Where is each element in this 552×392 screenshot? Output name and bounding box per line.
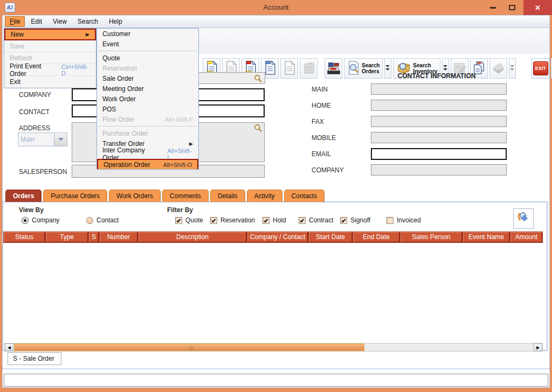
address-search-icon[interactable] xyxy=(254,124,263,134)
search-icon[interactable] xyxy=(254,74,263,85)
tab-purchase-orders[interactable]: Purchase Orders xyxy=(43,190,107,202)
checkbox-label: Reservation xyxy=(220,216,255,224)
menu-item-new[interactable]: New▶ xyxy=(4,29,96,40)
address-label: ADDRESS xyxy=(19,124,50,132)
radio-company[interactable]: Company xyxy=(22,216,59,224)
orders-table-body xyxy=(3,243,543,342)
pos-register-button[interactable] xyxy=(325,58,342,79)
checkbox-quote[interactable]: Quote xyxy=(175,216,203,224)
scroll-right-button[interactable]: ▶ xyxy=(534,344,542,351)
checkbox-icon xyxy=(299,217,306,224)
address-type-combo[interactable]: Main xyxy=(18,132,67,146)
column-header-s[interactable]: S xyxy=(89,232,99,242)
status-bar xyxy=(4,374,548,387)
menu-item-event[interactable]: Event xyxy=(97,39,198,49)
column-header-amount[interactable]: Amount xyxy=(510,232,542,242)
menu-item-purchase-order[interactable]: Purchase Order xyxy=(97,128,198,138)
file-menu-popup: New▶SaveRefreshPrint Event OrderCtrl+Shi… xyxy=(4,28,96,88)
menu-search[interactable]: Search xyxy=(73,16,103,27)
document-disabled-2-button[interactable] xyxy=(280,58,298,79)
menu-item-print-event-order[interactable]: Print Event OrderCtrl+Shift-D xyxy=(4,64,96,76)
title-bar: R2 Account ✕ xyxy=(0,0,552,15)
address-type-dropdown-button[interactable] xyxy=(54,132,67,146)
chevron-down-icon xyxy=(58,138,64,141)
menu-item-work-order[interactable]: Work Order xyxy=(97,94,198,104)
menu-item-reservation[interactable]: Reservation xyxy=(97,63,198,73)
fax-label: FAX xyxy=(312,118,324,125)
menu-item-sale-order[interactable]: Sale Order xyxy=(97,73,198,83)
run-search-button[interactable] xyxy=(513,208,534,229)
close-button[interactable]: ✕ xyxy=(523,0,552,15)
column-header-company-contact[interactable]: Company / Contact xyxy=(247,232,308,242)
home-label: HOME xyxy=(312,102,331,109)
column-header-event-name[interactable]: Event Name xyxy=(463,232,509,242)
menu-item-label: Inter Company Order xyxy=(102,146,163,162)
checkbox-contract[interactable]: Contract xyxy=(299,216,333,224)
main-label: MAIN xyxy=(312,86,328,93)
exit-icon: EXIT xyxy=(533,61,548,75)
menu-file[interactable]: File xyxy=(5,16,25,27)
dbl-arrow-icon xyxy=(510,64,515,73)
column-header-type[interactable]: Type xyxy=(46,232,88,242)
doc-blue-icon xyxy=(264,61,275,76)
scroll-left-button[interactable]: ◀ xyxy=(5,344,13,351)
checkbox-reservation[interactable]: Reservation xyxy=(210,216,255,224)
column-header-start-date[interactable]: Start Date xyxy=(309,232,352,242)
exit-button[interactable]: EXIT xyxy=(532,58,549,79)
filter-by-label: Filter By xyxy=(167,206,193,214)
checkbox-signoff[interactable]: Signoff xyxy=(340,216,370,224)
menu-item-save[interactable]: Save xyxy=(4,40,96,52)
tab-activity[interactable]: Activity xyxy=(247,190,282,202)
menu-item-exit[interactable]: Exit xyxy=(4,76,96,88)
menu-item-label: Sale Order xyxy=(102,75,134,82)
menu-item-label: Purchase Order xyxy=(102,130,148,137)
checkbox-icon xyxy=(175,217,182,224)
menu-help[interactable]: Help xyxy=(104,16,127,27)
radio-contact[interactable]: Contact xyxy=(86,216,119,224)
tab-orders[interactable]: Orders xyxy=(5,190,42,202)
clapper-icon xyxy=(302,61,315,76)
view-by-label: View By xyxy=(19,206,44,214)
email-label: EMAIL xyxy=(312,150,331,158)
menu-separator xyxy=(98,126,197,127)
checkbox-label: Invoiced xyxy=(397,216,421,224)
checkbox-invoiced[interactable]: Invoiced xyxy=(387,216,421,224)
horizontal-scrollbar[interactable]: ◀ ▶ xyxy=(4,343,543,352)
scrollbar-thumb[interactable] xyxy=(14,344,364,351)
column-header-sales-person[interactable]: Sales Person xyxy=(401,232,462,242)
toolbar-button-label: Search xyxy=(362,62,380,68)
event-clapper-button[interactable] xyxy=(300,58,318,79)
radio-icon xyxy=(22,217,29,224)
address-type-value: Main xyxy=(18,132,54,146)
checkbox-hold[interactable]: Hold xyxy=(263,216,286,224)
menu-item-quote[interactable]: Quote xyxy=(97,53,198,63)
submenu-arrow-icon: ▶ xyxy=(86,32,89,37)
maximize-button[interactable] xyxy=(503,0,521,15)
column-header-end-date[interactable]: End Date xyxy=(353,232,399,242)
arrow-right-icon: ▶ xyxy=(536,345,540,350)
orders-table-header: StatusTypeSNumberDescriptionCompany / Co… xyxy=(3,232,543,243)
tab-details[interactable]: Details xyxy=(210,190,245,202)
checkbox-label: Quote xyxy=(185,216,203,224)
tab-comments[interactable]: Comments xyxy=(162,190,209,202)
menu-item-flow-order[interactable]: Flow OrderAlt+Shift-F xyxy=(97,114,198,124)
menu-edit[interactable]: Edit xyxy=(26,16,47,27)
column-header-status[interactable]: Status xyxy=(4,232,45,242)
column-header-number[interactable]: Number xyxy=(100,232,137,242)
menu-item-label: Work Order xyxy=(102,95,136,103)
legend-sale-order: S - Sale Order xyxy=(8,352,61,365)
minimize-button[interactable] xyxy=(484,0,501,15)
menu-item-pos[interactable]: POS xyxy=(97,104,198,114)
company-label: COMPANY xyxy=(19,91,51,99)
menu-item-customer[interactable]: Customer xyxy=(97,29,198,39)
menu-view[interactable]: View xyxy=(48,16,72,27)
menu-item-inter-company-order[interactable]: Inter Company OrderAlt+Shift-I xyxy=(97,149,198,159)
email-input[interactable] xyxy=(371,148,507,160)
menu-item-operation-order[interactable]: Operation OrderAlt+Shift-O xyxy=(97,159,198,169)
tab-work-orders[interactable]: Work Orders xyxy=(109,190,161,202)
menu-item-meeting-order[interactable]: Meeting Order xyxy=(97,83,198,94)
submenu-arrow-icon: ▶ xyxy=(189,141,193,146)
home-input xyxy=(371,100,507,111)
column-header-description[interactable]: Description xyxy=(139,232,246,242)
tab-contacts[interactable]: Contacts xyxy=(284,190,325,202)
